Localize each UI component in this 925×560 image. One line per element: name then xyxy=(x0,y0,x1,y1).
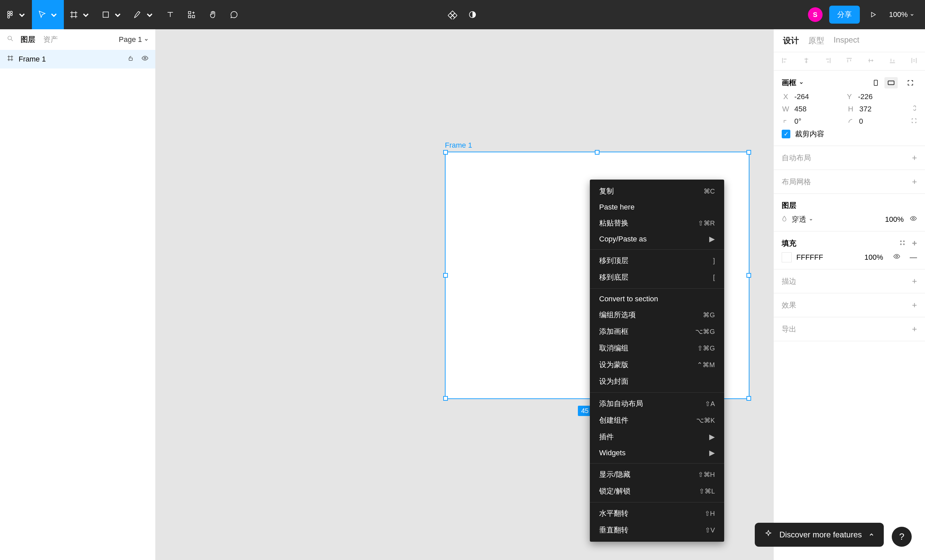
hand-tool-button[interactable] xyxy=(202,0,223,29)
style-picker-icon[interactable] xyxy=(899,239,905,248)
h-input[interactable]: 372 xyxy=(860,105,872,113)
align-top-icon[interactable] xyxy=(845,57,853,66)
tab-design[interactable]: 设计 xyxy=(783,35,799,46)
comment-tool-button[interactable] xyxy=(223,0,245,29)
add-autolayout-button[interactable]: + xyxy=(912,153,917,163)
layer-opacity-input[interactable]: 100% xyxy=(885,215,904,224)
clip-checkbox[interactable]: ✓ xyxy=(782,130,790,138)
rotation-input[interactable]: 0° xyxy=(794,117,801,126)
fit-toggle[interactable] xyxy=(904,77,917,89)
fill-visibility-icon[interactable] xyxy=(893,253,900,262)
context-menu-label: 取消编组 xyxy=(599,343,628,353)
context-menu-item[interactable]: 取消编组⇧⌘G xyxy=(590,340,724,357)
fill-hex-input[interactable]: FFFFFF xyxy=(796,253,860,262)
w-input[interactable]: 458 xyxy=(794,105,807,113)
blend-mode-dropdown[interactable]: 穿透 xyxy=(792,214,813,224)
add-stroke-button[interactable]: + xyxy=(912,276,917,286)
x-input[interactable]: -264 xyxy=(794,92,809,101)
context-menu-item[interactable]: Copy/Paste as▶ xyxy=(590,232,724,247)
visibility-icon[interactable] xyxy=(910,215,917,224)
resize-handle[interactable] xyxy=(746,396,751,401)
add-fill-button[interactable]: + xyxy=(912,238,917,248)
align-bottom-icon[interactable] xyxy=(889,57,896,66)
y-input[interactable]: -226 xyxy=(858,92,873,101)
text-tool-button[interactable] xyxy=(160,0,181,29)
resources-tool-button[interactable] xyxy=(181,0,202,29)
main-menu-button[interactable] xyxy=(0,0,32,29)
context-menu-item[interactable]: Convert to section xyxy=(590,291,724,307)
multiplayer-icon[interactable] xyxy=(446,9,458,21)
tab-prototype[interactable]: 原型 xyxy=(808,35,824,46)
context-menu-item[interactable]: 插件▶ xyxy=(590,429,724,445)
context-menu-item[interactable]: Widgets▶ xyxy=(590,445,724,461)
context-menu-item[interactable]: 编组所选项⌘G xyxy=(590,307,724,323)
resize-handle[interactable] xyxy=(443,396,448,401)
pen-tool-button[interactable] xyxy=(128,0,160,29)
add-grid-button[interactable]: + xyxy=(912,176,917,187)
context-menu-label: 添加自动布局 xyxy=(599,399,643,409)
avatar[interactable]: S xyxy=(808,7,823,22)
layer-section: 图层 穿透 100% xyxy=(774,194,925,232)
visibility-icon[interactable] xyxy=(141,54,149,64)
rectangle-icon xyxy=(101,10,110,19)
svg-point-21 xyxy=(903,241,904,241)
context-menu-item[interactable]: 移到底层[ xyxy=(590,269,724,286)
portrait-toggle[interactable] xyxy=(869,77,883,89)
context-menu-item[interactable]: 添加自动布局⇧A xyxy=(590,395,724,412)
view-mode-icon[interactable] xyxy=(467,9,479,21)
share-button[interactable]: 分享 xyxy=(829,6,860,24)
landscape-toggle[interactable] xyxy=(884,77,898,89)
distribute-icon[interactable] xyxy=(910,57,918,66)
help-button[interactable]: ? xyxy=(892,527,912,547)
fill-swatch[interactable] xyxy=(782,252,792,262)
add-effect-button[interactable]: + xyxy=(912,300,917,310)
tab-inspect[interactable]: Inspect xyxy=(833,35,859,46)
chevron-down-icon[interactable] xyxy=(799,80,804,85)
remove-fill-button[interactable]: — xyxy=(910,253,917,262)
context-menu-item[interactable]: 设为封面 xyxy=(590,373,724,390)
context-menu-item[interactable]: 创建组件⌥⌘K xyxy=(590,412,724,429)
tab-assets[interactable]: 资产 xyxy=(43,35,58,45)
zoom-dropdown[interactable]: 100% xyxy=(886,10,917,19)
context-menu-item[interactable]: 粘贴替换⇧⌘R xyxy=(590,215,724,232)
move-tool-button[interactable] xyxy=(32,0,64,29)
context-menu-item[interactable]: 垂直翻转⇧V xyxy=(590,522,724,538)
frame-label[interactable]: Frame 1 xyxy=(445,141,472,150)
resize-handle[interactable] xyxy=(746,273,751,278)
svg-point-24 xyxy=(896,255,898,257)
context-menu-shortcut: ⇧⌘L xyxy=(699,487,715,495)
align-right-icon[interactable] xyxy=(824,57,832,66)
page-dropdown[interactable]: Page 1 xyxy=(119,35,149,44)
resize-handle[interactable] xyxy=(443,150,448,155)
align-left-icon[interactable] xyxy=(781,57,788,66)
context-menu-item[interactable]: 锁定/解锁⇧⌘L xyxy=(590,483,724,500)
lock-icon[interactable] xyxy=(127,55,134,63)
discover-banner[interactable]: Discover more features xyxy=(755,523,884,547)
resize-handle[interactable] xyxy=(443,273,448,278)
layer-name: Frame 1 xyxy=(19,55,120,63)
context-menu-item[interactable]: 水平翻转⇧H xyxy=(590,505,724,522)
canvas[interactable]: Frame 1 45 复制⌘CPaste here粘贴替换⇧⌘RCopy/Pas… xyxy=(156,29,773,560)
independent-corners-icon[interactable] xyxy=(911,117,917,126)
layout-grid-title: 布局网格 xyxy=(782,177,811,187)
radius-input[interactable]: 0 xyxy=(859,117,863,126)
align-hcenter-icon[interactable] xyxy=(803,57,810,66)
context-menu-item[interactable]: 添加画框⌥⌘G xyxy=(590,323,724,340)
resize-handle[interactable] xyxy=(595,150,600,155)
shape-tool-button[interactable] xyxy=(96,0,128,29)
frame-tool-button[interactable] xyxy=(64,0,96,29)
context-menu-item[interactable]: 复制⌘C xyxy=(590,183,724,200)
fill-opacity-input[interactable]: 100% xyxy=(865,253,883,262)
context-menu-item[interactable]: 显示/隐藏⇧⌘H xyxy=(590,466,724,483)
align-vcenter-icon[interactable] xyxy=(867,57,874,66)
context-menu-item[interactable]: Paste here xyxy=(590,200,724,215)
add-export-button[interactable]: + xyxy=(912,324,917,334)
search-icon[interactable] xyxy=(7,35,14,44)
context-menu-item[interactable]: 移到顶层] xyxy=(590,252,724,269)
resize-handle[interactable] xyxy=(746,150,751,155)
present-button[interactable] xyxy=(866,8,880,21)
layer-row[interactable]: Frame 1 xyxy=(0,50,155,69)
context-menu-item[interactable]: 设为蒙版⌃⌘M xyxy=(590,357,724,373)
tab-layers[interactable]: 图层 xyxy=(21,35,35,45)
link-wh-icon[interactable] xyxy=(912,104,917,114)
